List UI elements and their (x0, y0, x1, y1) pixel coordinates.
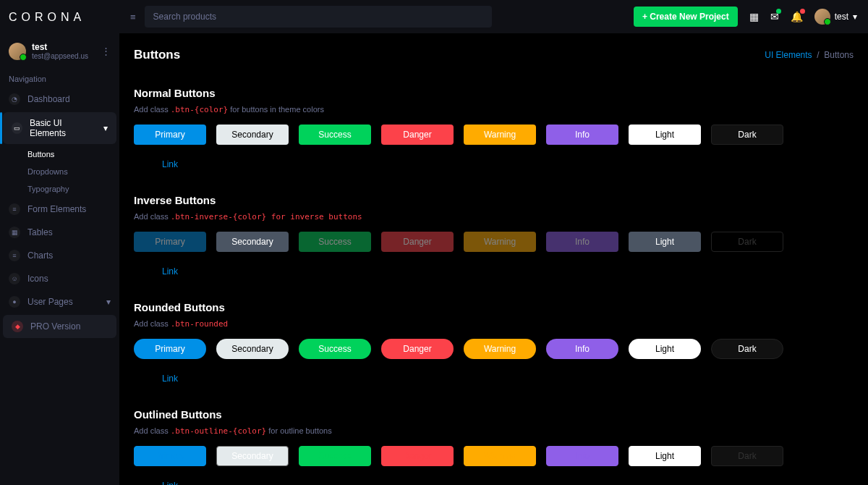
sidebar: CORONA test test@appseed.us ⋮ Navigation… (0, 0, 119, 485)
main: ≡ + Create New Project ▦ ✉ 🔔 test ▾ Butt… (119, 0, 868, 485)
create-project-button[interactable]: + Create New Project (634, 7, 738, 27)
laptop-icon: ▭ (12, 122, 22, 134)
section-desc: Add class .btn-{color} for buttons in th… (134, 105, 854, 114)
sidebar-item-user-pages[interactable]: ● User Pages ▾ (0, 290, 119, 313)
btn-link[interactable]: Link (134, 155, 206, 174)
bell-icon[interactable]: 🔔 (791, 11, 803, 22)
btn-outline-light[interactable]: Light (629, 446, 701, 466)
mail-icon[interactable]: ✉ (770, 11, 779, 22)
btn-outline-dark[interactable]: Dark (711, 446, 783, 466)
nav-header: Navigation (0, 67, 119, 88)
chevron-down-icon: ▾ (853, 12, 857, 22)
avatar (9, 43, 26, 60)
breadcrumb: UI Elements / Buttons (765, 50, 854, 60)
sidebar-item-basic-ui[interactable]: ▭ Basic UI Elements ▾ (3, 112, 116, 144)
contacts-icon: ☺ (9, 273, 20, 284)
section-title: Rounded Buttons (134, 301, 854, 313)
btn-outline-primary[interactable]: Primary (134, 446, 206, 466)
btn-rounded-warning[interactable]: Warning (464, 339, 536, 359)
btn-inverse-danger[interactable]: Danger (381, 232, 454, 252)
btn-inverse-link[interactable]: Link (134, 262, 206, 281)
section-desc: Add class .btn-inverse-{color} for inver… (134, 212, 854, 222)
btn-inverse-light[interactable]: Light (629, 232, 701, 252)
btn-success[interactable]: Success (299, 125, 371, 145)
btn-rounded-dark[interactable]: Dark (711, 339, 783, 359)
section-outlined-buttons: Outlined Buttons Add class .btn-outline-… (134, 408, 854, 485)
btn-inverse-dark[interactable]: Dark (711, 232, 783, 252)
btn-warning[interactable]: Warning (464, 125, 536, 145)
btn-outline-secondary[interactable]: Secondary (216, 446, 289, 466)
section-title: Normal Buttons (134, 87, 854, 99)
btn-rounded-secondary[interactable]: Secondary (216, 339, 289, 359)
btn-outline-success[interactable]: Success (299, 446, 371, 466)
sidebar-sub-typography[interactable]: Typography (0, 180, 119, 198)
breadcrumb-current: Buttons (824, 50, 854, 60)
btn-dark[interactable]: Dark (711, 125, 783, 145)
btn-secondary[interactable]: Secondary (216, 125, 289, 145)
grid-icon[interactable]: ▦ (749, 11, 759, 22)
section-rounded-buttons: Rounded Buttons Add class .btn-rounded P… (134, 301, 854, 388)
sidebar-item-icons[interactable]: ☺ Icons (0, 267, 119, 290)
user-name: test (32, 42, 95, 52)
section-title: Inverse Buttons (134, 194, 854, 206)
btn-inverse-secondary[interactable]: Secondary (216, 232, 289, 252)
brand-logo: CORONA (0, 0, 119, 35)
avatar (814, 9, 830, 25)
sidebar-sub-buttons[interactable]: Buttons (0, 146, 119, 163)
btn-inverse-warning[interactable]: Warning (464, 232, 536, 252)
section-title: Outlined Buttons (134, 408, 854, 421)
search-input[interactable] (145, 6, 492, 28)
sidebar-item-tables[interactable]: ▦ Tables (0, 221, 119, 244)
btn-rounded-link[interactable]: Link (134, 369, 206, 388)
btn-rounded-light[interactable]: Light (629, 339, 701, 359)
btn-inverse-info[interactable]: Info (546, 232, 618, 252)
page-title: Buttons (134, 48, 180, 62)
btn-rounded-success[interactable]: Success (299, 339, 371, 359)
btn-info[interactable]: Info (546, 125, 618, 145)
chart-icon: ≡ (9, 250, 20, 261)
chevron-down-icon: ▾ (103, 123, 108, 133)
btn-rounded-danger[interactable]: Danger (381, 339, 454, 359)
kebab-icon[interactable]: ⋮ (101, 46, 111, 56)
section-desc: Add class .btn-rounded (134, 319, 854, 329)
topbar: ≡ + Create New Project ▦ ✉ 🔔 test ▾ (119, 0, 868, 33)
btn-outline-warning[interactable]: Warning (464, 446, 536, 466)
breadcrumb-parent[interactable]: UI Elements (765, 50, 812, 60)
sidebar-user[interactable]: test test@appseed.us ⋮ (0, 35, 119, 67)
table-icon: ▦ (9, 227, 20, 238)
sidebar-sub-dropdowns[interactable]: Dropdowns (0, 163, 119, 180)
form-icon: ≡ (9, 203, 20, 215)
btn-inverse-primary[interactable]: Primary (134, 232, 206, 252)
btn-inverse-success[interactable]: Success (299, 232, 371, 252)
sidebar-item-charts[interactable]: ≡ Charts (0, 244, 119, 267)
btn-light[interactable]: Light (629, 125, 701, 145)
menu-toggle-icon[interactable]: ≡ (130, 12, 136, 22)
topbar-user-menu[interactable]: test ▾ (814, 9, 857, 25)
btn-outline-link[interactable]: Link (134, 476, 206, 485)
gauge-icon: ◔ (9, 93, 20, 105)
section-desc: Add class .btn-outline-{color} for outli… (134, 426, 854, 436)
btn-rounded-info[interactable]: Info (546, 339, 618, 359)
btn-danger[interactable]: Danger (381, 125, 454, 145)
btn-primary[interactable]: Primary (134, 125, 206, 145)
section-normal-buttons: Normal Buttons Add class .btn-{color} fo… (134, 87, 854, 174)
chevron-down-icon: ▾ (106, 297, 111, 307)
sidebar-item-pro[interactable]: ◆ PRO Version (3, 315, 116, 338)
user-email: test@appseed.us (32, 52, 95, 60)
pro-icon: ◆ (12, 321, 23, 332)
search-container (145, 6, 492, 28)
btn-rounded-primary[interactable]: Primary (134, 339, 206, 359)
sidebar-item-form-elements[interactable]: ≡ Form Elements (0, 198, 119, 221)
btn-outline-info[interactable]: Info (546, 446, 618, 466)
security-icon: ● (9, 296, 20, 308)
btn-outline-danger[interactable]: Danger (381, 446, 454, 466)
section-inverse-buttons: Inverse Buttons Add class .btn-inverse-{… (134, 194, 854, 281)
sidebar-item-dashboard[interactable]: ◔ Dashboard (0, 88, 119, 111)
